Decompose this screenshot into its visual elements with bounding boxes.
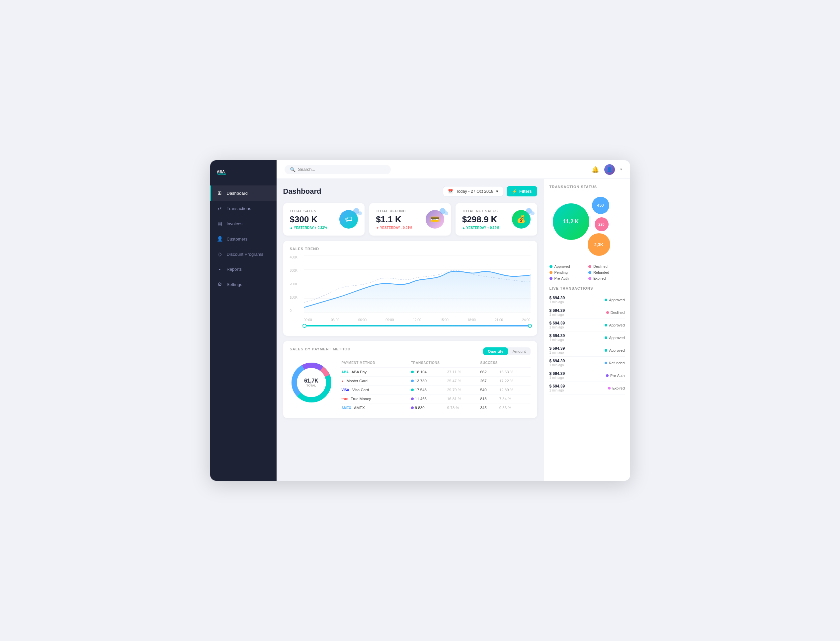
live-time: 1 min ago [549,338,565,342]
search-input[interactable] [298,167,386,172]
live-status-dot [604,324,607,327]
live-status-label: Refunded [609,361,625,365]
donut-value: 61,7K [304,378,318,384]
live-status-dot [608,387,611,390]
stat-card-total-refund: TOTAL REFUND $1.1 K ▼ YESTERDAY - 0.21% … [369,203,451,235]
sidebar-item-customers[interactable]: 👤 Customers [210,231,276,246]
slider-handle-right[interactable] [528,324,532,328]
avatar[interactable]: 👤 [604,164,615,175]
txn-count: 17 548 [409,385,445,395]
donut-center: 61,7K TOTAL [304,378,318,387]
live-time: 1 min ago [549,351,565,354]
discount-icon: ◇ [217,251,223,257]
txn-pct: 16.81 % [445,395,478,403]
x-label: 06:00 [358,318,367,322]
sidebar-item-dashboard[interactable]: ⊞ Dashboard [210,185,276,201]
stat-info-net-sales: TOTAL NET SALES $298.9 K ▲ YESTERDAY + 0… [462,209,507,230]
live-time: 1 min ago [549,363,565,367]
stat-label: TOTAL NET SALES [462,209,507,213]
live-time: 1 min ago [549,388,565,392]
txn-pct: 29.79 % [445,385,478,395]
filters-label: Filters [519,189,532,194]
table-row: VISA Visa Card 17 548 29.79 % 540 12.89 … [340,385,531,395]
sidebar-item-label: Customers [227,237,248,242]
live-amount: $ 694.39 [549,333,565,338]
stat-label: TOTAL REFUND [376,209,420,213]
slider-handle-left[interactable] [302,324,307,328]
live-time: 1 min ago [549,376,565,380]
live-status: Approved [604,298,625,302]
net-sales-icon: 💰 [517,215,526,224]
table-body: ABA ABA Pay 18 104 37.11 % 662 16.53 % ●… [340,367,531,412]
txn-status-title: TRANSACTION STATUS [549,185,625,189]
sales-trend-card: SALES TREND 400K 300K 200K 100K 0 [283,241,537,336]
right-panel: TRANSACTION STATUS 11,2 K 450 220 2,3K [544,179,630,481]
refunded-bubble: 450 [592,197,609,214]
live-time: 1 min ago [549,313,565,317]
calendar-icon: 📅 [448,189,453,194]
stat-cards: TOTAL SALES $300 K ▲ YESTERDAY + 0.33% 🏷… [283,203,537,235]
table-row: ● Master Card 13 780 25.47 % 267 17.22 % [340,377,531,385]
x-label: 03:00 [331,318,339,322]
live-status-dot [606,311,609,314]
chevron-down-icon[interactable]: ▾ [620,167,622,172]
live-amount: $ 694.39 [549,296,565,300]
pm-name: Master Card [347,379,368,383]
date-label: Today - 27 Oct 2018 [456,189,493,194]
live-status: Approved [604,336,625,340]
chevron-down-icon: ▾ [496,189,498,194]
payment-title: SALES BY PAYMENT METHOD [290,347,351,351]
stat-value: $300 K [290,214,334,225]
live-status-label: Pre-Auth [610,374,625,378]
refund-icon: 💳 [430,215,439,224]
sidebar-item-settings[interactable]: ⚙ Settings [210,277,276,292]
sidebar-item-label: Transactions [227,206,251,211]
search-box[interactable]: 🔍 [284,165,391,174]
stat-icon-refund: 💳 [426,210,444,229]
content: Dashboard 📅 Today - 27 Oct 2018 ▾ ⚡ Filt… [276,179,630,481]
legend-refunded: Refunded [588,271,625,274]
payment-content: 61,7K TOTAL PAYMENT METHOD TRANSACTIONS [290,361,531,412]
x-label: 09:00 [386,318,394,322]
live-transaction-item: $ 694.39 1 min ago Expired [549,382,625,395]
page-title: Dashboard [283,187,321,196]
table-row: ABA ABA Pay 18 104 37.11 % 662 16.53 % [340,367,531,377]
success-count: 662 [478,367,497,377]
pm-name: AMEX [354,406,365,410]
live-status: Approved [604,348,625,352]
live-amount: $ 694.39 [549,384,565,388]
pm-name: Visa Card [352,388,369,392]
sidebar-item-invoices[interactable]: ▤ Invoices [210,216,276,231]
live-amount: $ 694.39 [549,359,565,363]
date-picker-button[interactable]: 📅 Today - 27 Oct 2018 ▾ [443,186,503,196]
sidebar-item-discount-programs[interactable]: ◇ Discount Programs [210,246,276,262]
timeline-slider[interactable] [304,325,531,327]
filters-button[interactable]: ⚡ Filters [507,186,537,196]
preauth-dot [549,277,552,280]
declined-bubble: 220 [594,217,609,231]
live-transaction-item: $ 694.39 1 min ago Approved [549,294,625,306]
legend: Approved Declined Pending Refunded [549,264,625,280]
table-head: PAYMENT METHOD TRANSACTIONS SUCCESS [340,361,531,367]
filter-icon: ⚡ [512,189,517,194]
live-amount: $ 694.39 [549,346,565,351]
stat-icon-net-sales: 💰 [512,210,531,229]
y-label: 0 [290,309,302,312]
invoices-icon: ▤ [217,221,223,227]
notification-bell-icon[interactable]: 🔔 [592,166,599,173]
sidebar-item-reports[interactable]: ▪ Reports [210,262,276,277]
search-icon: 🔍 [290,167,296,172]
quantity-toggle[interactable]: Quantity [483,347,508,355]
amount-toggle[interactable]: Amount [508,347,531,355]
txn-pct: 9.73 % [445,403,478,412]
pending-bubble: 2,3K [588,233,610,256]
legend-label: Pre-Auth [554,276,569,280]
live-time: 1 min ago [549,300,565,304]
col-success: SUCCESS [478,361,530,367]
live-status-dot [604,362,607,364]
sidebar-item-transactions[interactable]: ⇄ Transactions [210,201,276,216]
toggle-buttons: Quantity Amount [483,347,530,355]
live-status-label: Approved [609,348,625,352]
stat-change: ▲ YESTERDAY + 0.12% [462,226,507,230]
live-transaction-info: $ 694.39 1 min ago [549,333,565,342]
